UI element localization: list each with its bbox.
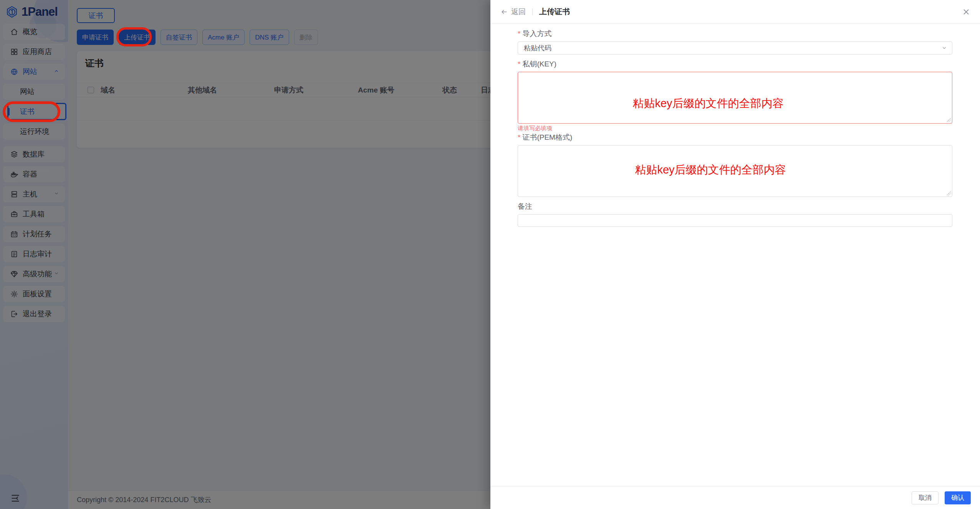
- private-key-error-text: 请填写必填项: [518, 125, 952, 132]
- confirm-button[interactable]: 确认: [945, 491, 971, 504]
- remark-label: 备注: [518, 202, 952, 211]
- drawer-footer: 取消 确认: [490, 486, 980, 509]
- drawer-title: 上传证书: [539, 7, 570, 17]
- required-mark: *: [518, 133, 520, 142]
- close-icon: [962, 8, 970, 16]
- private-key-annotation-text: 粘贴key后缀的文件的全部内容: [491, 96, 925, 111]
- drawer-header: 返回 上传证书: [490, 0, 980, 24]
- back-arrow-icon: [500, 8, 508, 16]
- required-mark: *: [518, 60, 520, 68]
- remark-input[interactable]: [518, 214, 952, 227]
- close-button[interactable]: [961, 7, 972, 17]
- select-chevron-down-icon: [941, 45, 947, 51]
- certificate-pem-textarea[interactable]: 粘贴key后缀的文件的全部内容: [518, 145, 952, 197]
- import-method-label: * 导入方式: [518, 30, 952, 38]
- import-method-select[interactable]: 粘贴代码: [518, 41, 952, 55]
- back-label: 返回: [511, 7, 526, 17]
- private-key-label: * 私钥(KEY): [518, 60, 952, 68]
- private-key-textarea[interactable]: 粘贴key后缀的文件的全部内容: [518, 72, 952, 124]
- drawer-form: * 导入方式 粘贴代码 * 私钥(KEY) 粘贴key后缀的文件的全部内容 请填…: [518, 24, 952, 227]
- certificate-pem-label: * 证书(PEM格式): [518, 133, 952, 142]
- certificate-annotation-text: 粘贴key后缀的文件的全部内容: [493, 162, 927, 178]
- header-divider: [532, 8, 533, 15]
- import-method-value: 粘贴代码: [524, 43, 551, 53]
- cancel-button[interactable]: 取消: [912, 491, 939, 504]
- upload-certificate-drawer: 返回 上传证书 * 导入方式 粘贴代码 * 私钥(KEY) 粘贴key后缀的文件…: [490, 0, 980, 509]
- back-button[interactable]: 返回: [500, 7, 526, 17]
- required-mark: *: [518, 30, 520, 38]
